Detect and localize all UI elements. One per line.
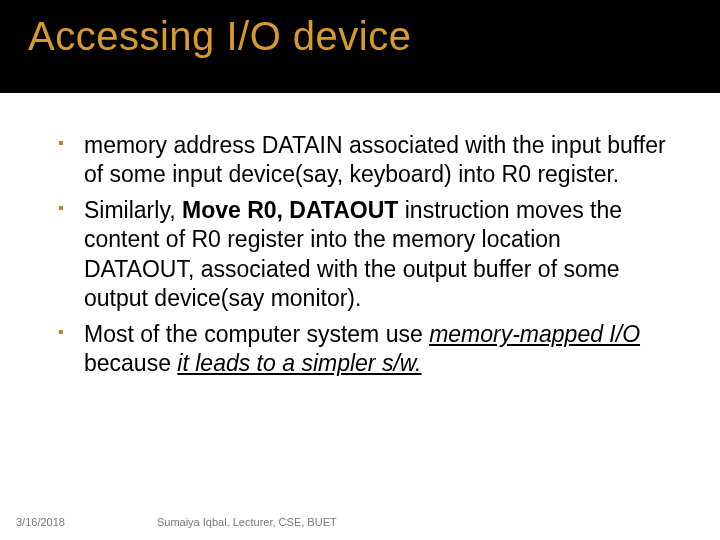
bullet-emphasis: it leads to a simpler s/w.	[177, 350, 421, 376]
list-item: Most of the computer system use memory-m…	[58, 320, 672, 379]
footer-date: 3/16/2018	[16, 516, 65, 528]
title-band: Accessing I/O device	[0, 0, 720, 93]
list-item: Similarly, Move R0, DATAOUT instruction …	[58, 196, 672, 314]
footer: 3/16/2018 Sumaiya Iqbal, Lecturer, CSE, …	[0, 516, 720, 528]
bullet-bold: Move R0, DATAOUT	[182, 197, 398, 223]
bullet-text: Similarly,	[84, 197, 182, 223]
content-area: memory address DATAIN associated with th…	[0, 93, 720, 379]
slide: Accessing I/O device memory address DATA…	[0, 0, 720, 540]
bullet-text: because	[84, 350, 177, 376]
bullet-emphasis: memory-mapped I/O	[429, 321, 640, 347]
bullet-text: Most of the computer system use	[84, 321, 429, 347]
slide-title: Accessing I/O device	[28, 14, 692, 59]
bullet-list: memory address DATAIN associated with th…	[58, 131, 672, 379]
bullet-text: memory address DATAIN associated with th…	[84, 132, 666, 187]
footer-author: Sumaiya Iqbal, Lecturer, CSE, BUET	[157, 516, 337, 528]
list-item: memory address DATAIN associated with th…	[58, 131, 672, 190]
